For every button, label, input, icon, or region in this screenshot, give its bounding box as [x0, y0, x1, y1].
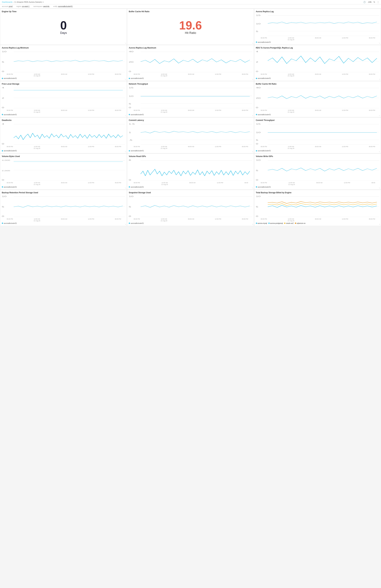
- legend-dot: [256, 186, 257, 188]
- resize-icon[interactable]: ⤡: [252, 187, 253, 189]
- resize-icon[interactable]: ⤡: [125, 151, 126, 153]
- filter-account-value[interactable]: prod: [9, 5, 13, 7]
- legend-label: auroradbcluster01: [131, 186, 144, 188]
- commit-throughput-chart: 15 10 5 0: [256, 123, 379, 146]
- top-bar: Dashboards › 3. Amazon RDS Aurora Generi…: [0, 0, 381, 4]
- svg-text:6: 6: [129, 159, 131, 161]
- breadcrumb-current[interactable]: 3. Amazon RDS Aurora Generic: [15, 1, 42, 3]
- panel-backup-retention-title: Backup Retention Period Storage Used: [2, 191, 125, 194]
- svg-text:.5: .5: [129, 139, 132, 141]
- resize-icon[interactable]: ⤡: [252, 42, 253, 44]
- legend-dot: [2, 150, 3, 151]
- volume-write-iops-chart: 10 5 0: [256, 159, 379, 182]
- total-backup-storage-chart: 10 5 0: [256, 195, 379, 218]
- legend: auroradbcluster01: [129, 186, 252, 188]
- svg-text:0: 0: [256, 179, 258, 181]
- resize-icon[interactable]: ⤡: [125, 187, 126, 189]
- legend-label: auroradbcluster01: [131, 222, 144, 224]
- legend-dot-sqlserver-ex: [295, 223, 296, 224]
- filter-namespace-value[interactable]: aws/rds: [43, 5, 49, 7]
- svg-text:10: 10: [256, 195, 261, 197]
- hit-ratio-number: 19.6: [179, 20, 202, 31]
- resize-icon[interactable]: ⤡: [379, 223, 380, 225]
- aurora-replica-lag-legend: auroradbcluster01: [256, 41, 379, 43]
- resize-icon[interactable]: ⤡: [379, 151, 380, 153]
- x-labels: 06:00 PM 12:00 AM21 Aug 20 06:00 AM 12:0…: [256, 73, 379, 77]
- svg-text:0: 0: [129, 107, 131, 109]
- svg-text:5: 5: [129, 206, 131, 208]
- x-labels: 06:00 PM 12:00 AM21 Aug 20 06:00 AM 12:0…: [2, 182, 125, 186]
- legend-dot: [2, 114, 3, 115]
- svg-text:10: 10: [129, 95, 133, 97]
- resize-icon[interactable]: ⤡: [125, 223, 126, 225]
- panel-aurora-replica-lag-max: Aurora Replica Lag Maximum 40 20 0 06:00…: [127, 45, 254, 81]
- x-labels: 06:00 PM 12:00 AM21 Aug 20 06:00 AM 12:0…: [256, 182, 379, 186]
- aurora-replica-lag-chart: 15 10 5: [256, 14, 379, 37]
- breadcrumb-base[interactable]: Dashboards: [2, 1, 13, 3]
- filter-entity: entity auroradbcluster01: [53, 5, 73, 7]
- filter-entity-label: entity: [53, 5, 57, 7]
- legend-label: auroradbcluster01: [258, 41, 271, 43]
- top-bar-right: 🕐 -24h ↻ ⋮: [363, 1, 379, 3]
- resize-icon[interactable]: ⤡: [252, 78, 253, 80]
- hit-ratio-display: 19.6 Hit Ratio: [129, 14, 252, 40]
- filter-region-value[interactable]: us-east-1: [22, 5, 29, 7]
- filter-region: region us-east-1: [17, 5, 29, 7]
- panel-commit-latency: Commit Latency 1.5 1 .5 06:00 PM 12:00 A…: [127, 117, 254, 154]
- total-backup-storage-legend: aurora-mysql aurora-postgresql oracle-se…: [256, 222, 379, 224]
- svg-text:5: 5: [256, 30, 258, 32]
- x-labels: 06:00 PM 12:00 AM21 Aug 20 06:00 AM 12:0…: [129, 73, 252, 77]
- filter-account-label: account: [2, 5, 8, 7]
- svg-text:4,000: 4,000: [2, 160, 10, 161]
- svg-text:5: 5: [2, 61, 4, 63]
- resize-icon[interactable]: ⤡: [252, 115, 253, 117]
- x-labels: 06:00 PM 12:00 AM21 Aug 20 06:00 AM 12:0…: [129, 182, 252, 186]
- resize-icon[interactable]: ⤡: [125, 115, 126, 117]
- panel-buffer-cache-chart: Buffer Cache Hit Ratio 40 20 0 06:00 PM …: [254, 81, 381, 117]
- legend-label: auroradbcluster01: [4, 150, 17, 152]
- legend-dot: [129, 223, 130, 224]
- x-labels: 06:00 PM 12:00 AM21 Aug 20 06:00 AM 12:0…: [129, 109, 252, 113]
- svg-text:10: 10: [2, 51, 6, 53]
- legend-label: auroradbcluster01: [131, 150, 144, 152]
- x-labels: 06:00 PM 12:00 AM21 Aug 20 06:00 AM 12:0…: [2, 146, 125, 149]
- svg-text:0: 0: [2, 143, 4, 145]
- filter-namespace-label: namespace: [33, 5, 43, 7]
- settings-icon[interactable]: ⋮: [377, 1, 379, 3]
- svg-text:5: 5: [2, 206, 4, 208]
- legend: auroradbcluster01: [256, 150, 379, 152]
- time-range[interactable]: -24h: [368, 1, 372, 3]
- resize-icon[interactable]: ⤡: [379, 78, 380, 80]
- legend-label-aurora-postgresql: aurora-postgresql: [270, 222, 283, 224]
- legend-dot: [2, 223, 3, 224]
- legend: auroradbcluster01: [256, 186, 379, 188]
- x-labels: 06:00 PM 12:00 AM21 Aug 20 06:00 AM 12:0…: [2, 218, 125, 222]
- legend: auroradbcluster01: [129, 114, 252, 116]
- svg-text:10: 10: [256, 159, 261, 161]
- resize-icon[interactable]: ⤡: [252, 151, 253, 153]
- x-labels: 06:00 PM 12:00 AM21 Aug 20 06:00 AM 12:0…: [2, 109, 125, 113]
- resize-icon[interactable]: ⤡: [379, 115, 380, 117]
- legend-dot: [129, 150, 130, 151]
- legend-item-sqlserver-ex: sqlserver-ex: [295, 222, 305, 224]
- dropdown-icon[interactable]: ▾: [43, 1, 44, 3]
- legend: auroradbcluster01: [129, 77, 252, 79]
- resize-icon[interactable]: ⤡: [379, 42, 380, 44]
- resize-icon[interactable]: ⤡: [125, 78, 126, 80]
- legend-dot: [2, 186, 3, 188]
- svg-text:0: 0: [2, 215, 4, 217]
- panel-buffer-cache-chart-title: Buffer Cache Hit Ratio: [256, 83, 379, 85]
- x-labels: 06:00 PM 12:00 AM21 Aug 20 06:00 AM 12:0…: [129, 146, 252, 149]
- svg-text:1: 1: [129, 132, 131, 134]
- panel-volume-read-iops: Volume Read IOPs 6 0 06:00 PM 12:00 AM21…: [127, 153, 254, 190]
- filter-entity-value[interactable]: auroradbcluster01: [58, 5, 73, 7]
- panel-free-local-storage-title: Free Local Storage: [2, 83, 125, 85]
- legend-dot: [256, 42, 257, 43]
- resize-icon[interactable]: ⤡: [379, 187, 380, 189]
- refresh-icon[interactable]: ↻: [374, 1, 375, 3]
- legend-label: auroradbcluster01: [4, 222, 17, 224]
- resize-icon[interactable]: ⤡: [252, 223, 253, 225]
- volume-read-iops-chart: 6 0: [129, 159, 252, 182]
- resize-icon[interactable]: ⤡: [125, 42, 126, 44]
- panel-network-throughput: Network Throughput 15 10 5 0 06:00 PM 12…: [127, 81, 254, 117]
